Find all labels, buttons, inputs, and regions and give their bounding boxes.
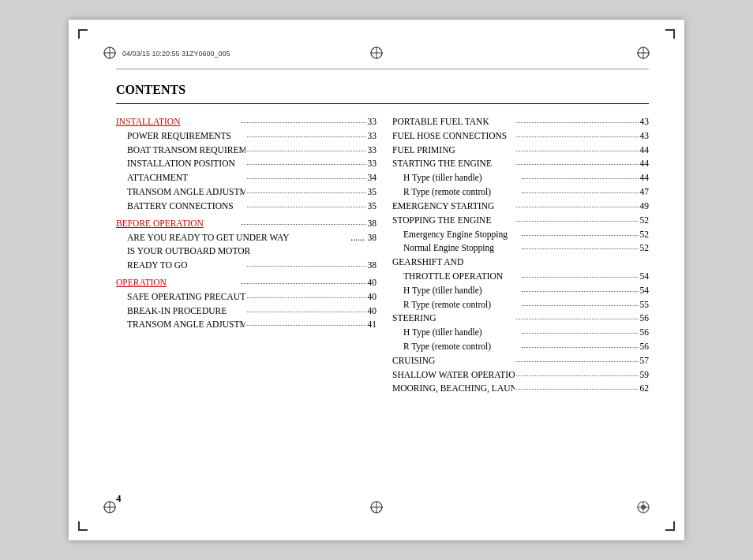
toc-entry-ready-to-go: READY TO GO 38 <box>116 259 376 273</box>
toc-entry-cruising: CRUISING 57 <box>392 354 649 368</box>
toc-label-r-type-start: R Type (remote control) <box>392 185 520 200</box>
toc-entry-h-type-start: H Type (tiller handle) 44 <box>392 171 649 185</box>
toc-page-r-type-start: 47 <box>640 185 650 200</box>
toc-entry-are-you-ready: ARE YOU READY TO GET UNDER WAY ...... 38 <box>116 231 376 245</box>
toc-dots-h-type-start <box>522 178 639 179</box>
toc-link-operation[interactable]: OPERATION <box>116 276 240 290</box>
toc-label-install-pos: INSTALLATION POSITION <box>116 157 245 171</box>
top-divider <box>116 69 649 69</box>
toc-page-before-op: 38 <box>368 217 377 231</box>
crosshair-bot-center <box>369 499 384 515</box>
toc-label-ready-to-go: READY TO GO <box>116 259 245 273</box>
corner-mark-tl <box>78 29 92 43</box>
toc-link-installation[interactable]: INSTALLATION <box>116 115 240 129</box>
toc-label-h-type-gear: H Type (tiller handle) <box>392 284 520 298</box>
toc-dots-fuel-hose <box>516 136 639 137</box>
toc-entry-emerg-stop: Emergency Engine Stopping 52 <box>392 228 649 242</box>
svg-point-18 <box>641 505 646 510</box>
toc-dots-installation <box>242 122 365 123</box>
toc-entry-emergency: EMERGENCY STARTING 49 <box>392 200 649 214</box>
toc-page-portable-fuel: 43 <box>640 115 650 129</box>
toc-right: PORTABLE FUEL TANK 43 FUEL HOSE CONNECTI… <box>392 115 649 396</box>
toc-dots-steering <box>516 319 639 319</box>
crosshair-top-left <box>102 45 118 61</box>
toc-page-shallow: 59 <box>640 368 650 383</box>
toc-label-shallow: SHALLOW WATER OPERATION <box>392 368 515 383</box>
toc-label-fuel-priming: FUEL PRIMING <box>392 144 515 158</box>
toc-label-h-type-start: H Type (tiller handle) <box>392 171 520 185</box>
toc-entry-break-in: BREAK-IN PROCEDURE 40 <box>116 304 376 319</box>
toc-dots-throttle <box>522 277 639 278</box>
toc-label-safe-op: SAFE OPERATING PRECAUTIONS <box>116 290 245 304</box>
crosshair-top-center <box>369 45 384 61</box>
page-number: 4 <box>116 492 122 505</box>
toc-page-r-type-gear: 55 <box>640 298 650 312</box>
toc-page-safe-op: 40 <box>368 290 377 304</box>
toc-label-attachment: ATTACHMENT <box>116 171 245 185</box>
toc-entry-is-your: IS YOUR OUTBOARD MOTOR <box>116 245 376 259</box>
toc-entry-r-type-gear: R Type (remote control) 55 <box>392 298 649 312</box>
toc-dots-stopping <box>516 221 639 222</box>
toc-label-throttle: THROTTLE OPERATION <box>392 270 520 284</box>
toc-page-fuel-hose: 43 <box>640 129 650 144</box>
toc-dots-normal-stop <box>522 248 639 249</box>
toc-entry-transom-adj: TRANSOM ANGLE ADJUSTMENT 35 <box>116 185 376 200</box>
toc-page-transom-adj2: 41 <box>368 318 377 332</box>
toc-label-fuel-hose: FUEL HOSE CONNECTIONS <box>392 129 515 144</box>
contents-title: CONTENTS <box>116 83 649 97</box>
timestamp: 04/03/15 10:20:55 31ZY0600_005 <box>122 50 230 58</box>
toc-dots-transom-adj <box>247 192 365 193</box>
toc-dots-shallow <box>516 375 639 376</box>
toc-page-battery: 35 <box>368 200 377 214</box>
toc-page-attachment: 34 <box>368 171 377 185</box>
toc-dots-power-req <box>247 136 365 137</box>
toc-dots-before-op <box>242 224 365 225</box>
toc-dots-portable-fuel <box>516 122 639 123</box>
toc-entry-mooring: MOORING, BEACHING, LAUNCHING 62 <box>392 382 649 396</box>
corner-mark-tr <box>661 29 675 43</box>
toc-label-steering: STEERING <box>392 312 515 326</box>
toc-entry-attachment: ATTACHMENT 34 <box>116 171 376 185</box>
toc-dots-fuel-priming <box>516 151 639 151</box>
toc-entry-before-op: BEFORE OPERATION 38 <box>116 217 376 231</box>
toc-label-power-req: POWER REQUIREMENTS <box>116 129 245 144</box>
toc-page-install-pos: 33 <box>368 157 377 171</box>
toc-page-r-type-steer: 56 <box>640 340 650 354</box>
toc-label-are-you-ready: ARE YOU READY TO GET UNDER WAY <box>116 231 347 245</box>
toc-label-mooring: MOORING, BEACHING, LAUNCHING <box>392 382 515 396</box>
toc-page-mooring: 62 <box>640 382 650 396</box>
toc-page-starting: 44 <box>640 157 650 171</box>
toc-page-throttle: 54 <box>640 270 650 284</box>
toc-label-transom-adj: TRANSOM ANGLE ADJUSTMENT <box>116 185 245 200</box>
toc-page-emerg-stop: 52 <box>640 228 650 242</box>
toc-entry-portable-fuel: PORTABLE FUEL TANK 43 <box>392 115 649 129</box>
toc-dots-r-type-steer <box>522 347 639 348</box>
toc-dots-install-pos <box>247 164 365 165</box>
toc-entry-battery: BATTERY CONNECTIONS 35 <box>116 200 376 214</box>
toc-link-before-op[interactable]: BEFORE OPERATION <box>116 217 240 231</box>
toc-dots-cruising <box>516 361 639 362</box>
toc-dots-starting <box>516 164 639 165</box>
toc-label-h-type-steer: H Type (tiller handle) <box>392 326 520 340</box>
toc-entry-stopping: STOPPING THE ENGINE 52 <box>392 214 649 228</box>
toc-dots-transom-adj2 <box>247 325 365 326</box>
toc-page-fuel-priming: 44 <box>640 144 650 158</box>
toc-dots-emergency <box>516 207 639 207</box>
toc-label-emerg-stop: Emergency Engine Stopping <box>392 228 520 242</box>
toc-label-cruising: CRUISING <box>392 354 515 368</box>
corner-mark-br <box>661 517 675 531</box>
toc-page-cruising: 57 <box>640 354 650 368</box>
toc-label-battery: BATTERY CONNECTIONS <box>116 200 245 214</box>
toc-dots-h-type-steer <box>522 333 639 334</box>
toc-entry-power-req: POWER REQUIREMENTS 33 <box>116 129 376 144</box>
toc-entry-r-type-start: R Type (remote control) 47 <box>392 185 649 200</box>
toc-dots-break-in <box>247 312 365 312</box>
toc-page-boat-transom: 33 <box>368 144 377 158</box>
toc-page-are-you-ready: 38 <box>368 231 377 245</box>
toc-page-power-req: 33 <box>368 129 377 144</box>
toc-label-normal-stop: Normal Engine Stopping <box>392 241 520 256</box>
toc-dots-are-you-ready: ...... <box>347 231 367 245</box>
toc-dots-battery <box>247 207 365 207</box>
toc-entry-starting: STARTING THE ENGINE 44 <box>392 157 649 171</box>
toc-page-installation: 33 <box>368 115 377 129</box>
